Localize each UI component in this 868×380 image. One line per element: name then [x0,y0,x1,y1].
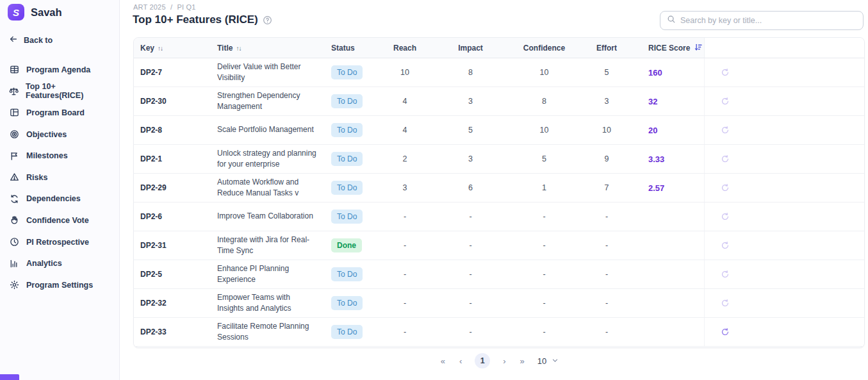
confidence-value: - [507,212,581,221]
confidence-value: - [507,299,581,308]
first-page-button[interactable]: « [439,356,446,366]
column-header-status: Status [325,38,376,58]
refresh-icon[interactable] [719,124,732,136]
feature-title[interactable]: Unlock strategy and planning for your en… [212,148,325,170]
sidebar-item-label: Objectives [26,130,67,139]
column-header-key[interactable]: Key [134,38,212,58]
savah-logo-icon: S [8,4,24,21]
feature-title[interactable]: Integrate with Jira for Real-Time Sync [212,235,325,257]
feature-key[interactable]: DP2-32 [134,299,212,308]
warning-icon [9,172,19,183]
confidence-value: 5 [507,154,581,163]
feature-title[interactable]: Deliver Value with Better Visibility [212,62,325,84]
sidebar-item-confidence-vote[interactable]: Confidence Vote [0,210,119,231]
last-page-button[interactable]: » [519,356,526,366]
sort-icon [236,44,241,53]
help-icon[interactable] [263,15,272,25]
feature-key[interactable]: DP2-5 [134,270,212,279]
effort-value: 7 [581,183,632,192]
table-body: DP2-7 Deliver Value with Better Visibili… [134,58,864,347]
feature-title[interactable]: Improve Team Collaboration [212,211,325,222]
effort-value: 3 [581,97,632,106]
feature-title[interactable]: Scale Portfolio Management [212,124,325,135]
feature-title[interactable]: Strengthen Dependency Management [212,90,325,113]
refresh-icon[interactable] [719,95,732,108]
sidebar-item-dependencies[interactable]: Dependencies [0,188,119,210]
status-badge: To Do [331,267,363,281]
sidebar-item-analytics[interactable]: Analytics [0,252,119,274]
table-header-row: Key Title Status Reach Impact Confidence… [134,38,864,58]
effort-value: - [581,327,632,336]
previous-page-button[interactable]: ‹ [458,356,463,366]
refresh-icon[interactable] [719,66,732,79]
current-page-indicator[interactable]: 1 [475,353,490,368]
hand-icon [9,215,19,226]
feature-key[interactable]: DP2-30 [134,97,212,106]
sidebar-item-objectives[interactable]: Objectives [0,124,119,145]
feature-key[interactable]: DP2-8 [134,126,212,135]
breadcrumb-art[interactable]: ART 2025 [133,3,166,11]
sidebar-item-top-features-rice[interactable]: Top 10+ Features(RICE) [0,81,119,103]
feature-key[interactable]: DP2-1 [134,154,212,163]
refresh-icon[interactable] [719,239,732,252]
reach-value: - [376,241,434,250]
status-badge: Done [331,238,362,252]
confidence-value: 1 [507,183,581,192]
sidebar-item-program-board[interactable]: Program Board [0,102,119,124]
status-badge: To Do [331,210,363,224]
features-table: Key Title Status Reach Impact Confidence… [133,37,865,348]
sidebar-item-program-settings[interactable]: Program Settings [0,274,119,296]
feature-title[interactable]: Facilitate Remote Planning Sessions [212,321,325,343]
next-page-button[interactable]: › [502,356,507,366]
refresh-icon[interactable] [719,326,732,338]
feature-title[interactable]: Empower Teams with Insights and Analytic… [212,292,325,315]
column-label: Effort [596,44,617,53]
reach-value: - [376,327,434,336]
feature-title[interactable]: Automate Workflow and Reduce Manual Task… [212,177,325,199]
sidebar-item-milestones[interactable]: Milestones [0,145,119,167]
column-label: Reach [393,44,416,53]
feature-key[interactable]: DP2-31 [134,241,212,250]
column-header-confidence: Confidence [507,38,581,58]
refresh-icon[interactable] [719,268,732,281]
reach-value: 4 [376,126,434,135]
refresh-icon[interactable] [719,181,732,194]
effort-value: 10 [581,126,632,135]
confidence-value: 8 [507,97,581,106]
reach-value: 4 [376,97,434,106]
table-row: DP2-29 Automate Workflow and Reduce Manu… [134,174,864,202]
sidebar-item-pi-retrospective[interactable]: PI Retrospective [0,231,119,253]
feature-key[interactable]: DP2-29 [134,183,212,192]
table-row: DP2-32 Empower Teams with Insights and A… [134,289,864,318]
confidence-value: - [507,270,581,279]
refresh-icon[interactable] [719,210,732,223]
sidebar-item-risks[interactable]: Risks [0,167,119,188]
sidebar-item-label: PI Retrospective [26,238,89,247]
impact-value: - [434,241,507,250]
column-header-title[interactable]: Title [212,38,325,58]
page-size-select[interactable]: 10 [537,356,559,366]
reach-value: 3 [376,183,434,192]
column-label: Confidence [523,44,565,53]
breadcrumb-pi[interactable]: PI Q1 [177,3,196,11]
sidebar-item-label: Program Board [26,108,85,117]
search-input[interactable] [680,16,856,25]
sidebar-item-label: Milestones [26,151,68,160]
impact-value: - [434,327,507,336]
column-label: Title [217,44,233,53]
confidence-value: 10 [507,126,581,135]
table-row: DP2-1 Unlock strategy and planning for y… [134,145,864,174]
refresh-icon[interactable] [719,153,732,165]
back-button[interactable]: Back to [9,35,53,45]
feature-key[interactable]: DP2-33 [134,327,212,336]
feature-key[interactable]: DP2-6 [134,212,212,221]
sidebar-item-program-agenda[interactable]: Program Agenda [0,59,119,81]
rice-score-value: 32 [632,97,704,106]
refresh-icon[interactable] [719,297,732,310]
app-name: Savah [31,6,62,19]
feature-key[interactable]: DP2-7 [134,68,212,77]
column-header-rice-score[interactable]: RICE Score [632,38,704,58]
status-badge: To Do [331,325,363,339]
column-header-actions [704,38,864,58]
feature-title[interactable]: Enhance PI Planning Experience [212,263,325,286]
